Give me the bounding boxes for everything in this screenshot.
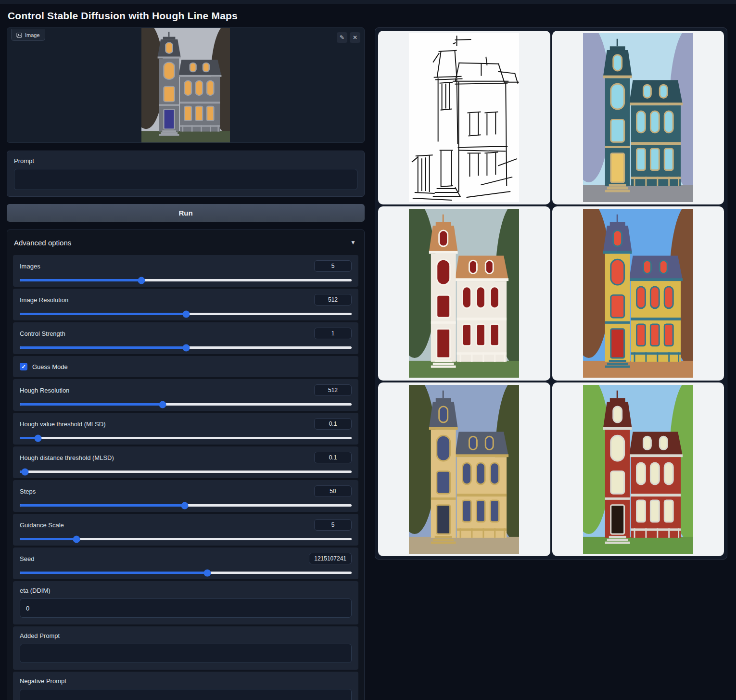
advanced-options-panel: Advanced options ▼ Images 5 bbox=[7, 229, 365, 700]
slider-row-control-strength: Control Strength 1 bbox=[13, 322, 358, 354]
guess-mode-checkbox[interactable]: ✓ bbox=[20, 363, 27, 370]
negative-prompt-label: Negative Prompt bbox=[20, 677, 352, 685]
added-prompt-label: Added Prompt bbox=[20, 632, 352, 639]
prompt-input[interactable] bbox=[14, 169, 357, 190]
advanced-options-accordion[interactable]: Advanced options ▼ bbox=[13, 230, 358, 255]
slider-value-input[interactable]: 0.1 bbox=[314, 418, 352, 430]
close-icon: ✕ bbox=[353, 35, 357, 40]
slider-value-input[interactable]: 50 bbox=[314, 485, 352, 497]
slider-row-hough-value-threshold: Hough value threshold (MLSD) 0.1 bbox=[13, 413, 358, 445]
edit-image-button[interactable]: ✎ bbox=[337, 32, 347, 43]
slider-row-hough-resolution: Hough Resolution 512 bbox=[13, 379, 358, 411]
slider-handle[interactable] bbox=[181, 502, 188, 509]
slider-value-input[interactable]: 5 bbox=[314, 260, 352, 272]
slider-row-seed: Seed 1215107241 bbox=[13, 547, 358, 579]
slider-fill bbox=[20, 346, 186, 349]
gallery-item-hough-line-map[interactable] bbox=[378, 31, 550, 204]
hough-line-map-image bbox=[409, 33, 519, 202]
slider-value-input[interactable]: 0.1 bbox=[314, 452, 352, 463]
slider-value-input[interactable]: 1 bbox=[314, 328, 352, 339]
clear-image-button[interactable]: ✕ bbox=[350, 32, 360, 43]
slider-fill bbox=[20, 279, 141, 281]
slider-row-images: Images 5 bbox=[13, 255, 358, 287]
checkmark-icon: ✓ bbox=[21, 364, 25, 370]
gallery-item-gold-victorian[interactable] bbox=[378, 382, 550, 556]
slider-label: Control Strength bbox=[20, 330, 65, 337]
slider-fill bbox=[20, 313, 186, 315]
slider-row-image-resolution: Image Resolution 512 bbox=[13, 289, 358, 320]
advanced-options-title: Advanced options bbox=[14, 239, 71, 247]
slider[interactable] bbox=[20, 400, 352, 409]
slider-handle[interactable] bbox=[22, 468, 29, 475]
page-title: Control Stable Diffusion with Hough Line… bbox=[7, 4, 727, 27]
slider-fill bbox=[20, 504, 185, 507]
generated-house-painting bbox=[583, 209, 693, 378]
prompt-panel: Prompt bbox=[7, 151, 365, 197]
generated-house-painting bbox=[583, 385, 693, 554]
slider[interactable] bbox=[20, 468, 352, 476]
slider-handle[interactable] bbox=[182, 310, 190, 318]
slider-handle[interactable] bbox=[138, 277, 145, 284]
input-image-panel[interactable]: Image ✎ ✕ bbox=[7, 27, 365, 143]
slider-row-hough-distance-threshold: Hough distance threshold (MLSD) 0.1 bbox=[13, 446, 358, 478]
slider-row-steps: Steps 50 bbox=[13, 480, 358, 512]
eta-ddim-input[interactable]: 0 bbox=[20, 598, 352, 618]
top-strip bbox=[0, 0, 736, 4]
gallery-item-yellow-victorian[interactable] bbox=[552, 206, 724, 380]
slider-label: Hough distance threshold (MLSD) bbox=[20, 454, 114, 461]
slider[interactable] bbox=[20, 434, 352, 443]
generated-house-painting bbox=[583, 33, 693, 202]
slider-label: Steps bbox=[20, 488, 36, 495]
slider[interactable] bbox=[20, 569, 352, 577]
guess-mode-label: Guess Mode bbox=[32, 363, 68, 370]
slider[interactable] bbox=[20, 276, 352, 285]
image-label-badge: Image bbox=[11, 29, 45, 41]
slider-label: Hough Resolution bbox=[20, 387, 69, 394]
image-label: Image bbox=[25, 32, 40, 38]
slider-value-input[interactable]: 512 bbox=[314, 294, 352, 305]
generated-house-painting bbox=[409, 385, 519, 554]
negative-prompt-row: Negative Prompt bbox=[13, 672, 358, 700]
slider-handle[interactable] bbox=[159, 401, 166, 408]
slider-track[interactable] bbox=[20, 437, 352, 439]
slider[interactable] bbox=[20, 535, 352, 544]
slider-label: Hough value threshold (MLSD) bbox=[20, 420, 105, 428]
prompt-label: Prompt bbox=[14, 157, 357, 165]
slider-track[interactable] bbox=[20, 471, 352, 473]
input-image[interactable] bbox=[141, 28, 230, 142]
slider-handle[interactable] bbox=[203, 569, 211, 576]
slider-label: Guidance Scale bbox=[20, 522, 64, 529]
gallery-item-blue-victorian[interactable] bbox=[552, 31, 724, 204]
slider[interactable] bbox=[20, 344, 352, 352]
gallery-item-red-brick-victorian[interactable] bbox=[552, 382, 724, 556]
pencil-icon: ✎ bbox=[340, 35, 344, 40]
slider[interactable] bbox=[20, 310, 352, 318]
slider-label: Image Resolution bbox=[20, 296, 68, 304]
image-icon bbox=[16, 32, 22, 38]
slider-handle[interactable] bbox=[34, 434, 41, 442]
slider-value-input[interactable]: 512 bbox=[314, 384, 352, 396]
chevron-down-icon: ▼ bbox=[350, 239, 356, 246]
slider[interactable] bbox=[20, 501, 352, 510]
slider-label: Seed bbox=[20, 555, 34, 562]
slider-fill bbox=[20, 538, 76, 540]
output-gallery bbox=[375, 27, 727, 560]
slider-fill bbox=[20, 572, 207, 574]
added-prompt-row: Added Prompt bbox=[13, 626, 358, 670]
eta-ddim-row: eta (DDIM) 0 bbox=[13, 581, 358, 624]
slider-label: Images bbox=[20, 263, 40, 270]
slider-value-input[interactable]: 1215107241 bbox=[309, 553, 352, 564]
gallery-item-white-victorian[interactable] bbox=[378, 206, 550, 380]
added-prompt-input[interactable] bbox=[20, 644, 352, 663]
negative-prompt-input[interactable] bbox=[20, 689, 352, 700]
run-button[interactable]: Run bbox=[7, 204, 365, 222]
slider-handle[interactable] bbox=[182, 344, 190, 351]
eta-ddim-label: eta (DDIM) bbox=[20, 587, 352, 594]
slider-handle[interactable] bbox=[73, 535, 80, 543]
generated-house-painting bbox=[409, 209, 519, 378]
slider-fill bbox=[20, 403, 163, 406]
guess-mode-row: ✓ Guess Mode bbox=[13, 356, 358, 377]
victorian-house-photo bbox=[141, 28, 230, 142]
slider-value-input[interactable]: 5 bbox=[314, 519, 352, 531]
slider-row-guidance-scale: Guidance Scale 5 bbox=[13, 514, 358, 546]
